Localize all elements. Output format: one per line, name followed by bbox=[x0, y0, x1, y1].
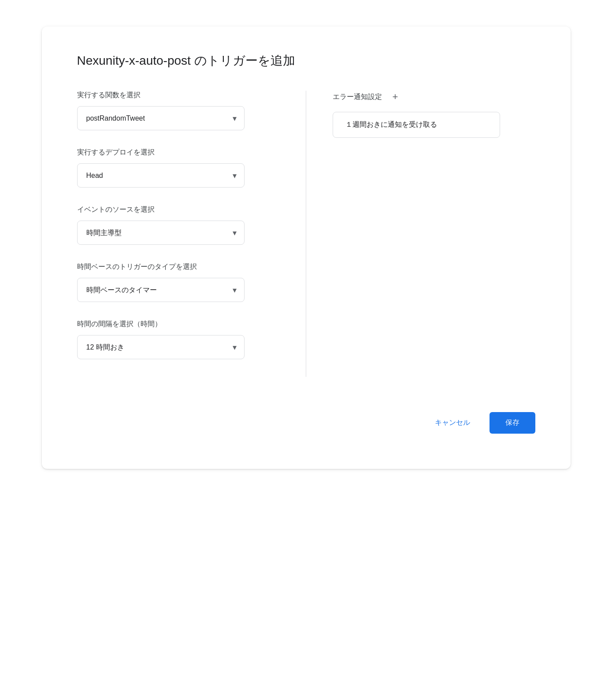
save-button[interactable]: 保存 bbox=[490, 412, 535, 434]
cancel-button[interactable]: キャンセル bbox=[426, 413, 479, 433]
page-title: Nexunity-x-auto-post のトリガーを追加 bbox=[77, 53, 535, 69]
content-layout: 実行する関数を選択 postRandomTweet ▾ 実行するデプロイを選択 … bbox=[77, 91, 535, 377]
function-section: 実行する関数を選択 postRandomTweet ▾ bbox=[77, 91, 280, 130]
function-dropdown-wrapper[interactable]: postRandomTweet ▾ bbox=[77, 106, 245, 130]
trigger-type-section-label: 時間ベースのトリガーのタイプを選択 bbox=[77, 262, 280, 272]
event-source-section: イベントのソースを選択 時間主導型 ▾ bbox=[77, 205, 280, 245]
function-section-label: 実行する関数を選択 bbox=[77, 91, 280, 100]
error-notification-header: エラー通知設定 + bbox=[333, 91, 535, 103]
deploy-select[interactable]: Head bbox=[77, 163, 245, 188]
right-panel: エラー通知設定 + １週間おきに通知を受け取る bbox=[306, 91, 535, 138]
add-error-notification-button[interactable]: + bbox=[389, 91, 401, 103]
function-select[interactable]: postRandomTweet bbox=[77, 106, 245, 130]
interval-dropdown-wrapper[interactable]: 12 時間おき ▾ bbox=[77, 335, 245, 359]
left-panel: 実行する関数を選択 postRandomTweet ▾ 実行するデプロイを選択 … bbox=[77, 91, 307, 377]
interval-section-label: 時間の間隔を選択（時間） bbox=[77, 320, 280, 329]
footer-actions: キャンセル 保存 bbox=[77, 412, 535, 434]
deploy-section: 実行するデプロイを選択 Head ▾ bbox=[77, 148, 280, 188]
error-notification-label: エラー通知設定 bbox=[333, 92, 382, 102]
trigger-type-dropdown-wrapper[interactable]: 時間ベースのタイマー ▾ bbox=[77, 278, 245, 302]
deploy-dropdown-wrapper[interactable]: Head ▾ bbox=[77, 163, 245, 188]
notification-box: １週間おきに通知を受け取る bbox=[333, 112, 500, 138]
interval-section: 時間の間隔を選択（時間） 12 時間おき ▾ bbox=[77, 320, 280, 359]
trigger-type-select[interactable]: 時間ベースのタイマー bbox=[77, 278, 245, 302]
event-source-dropdown-wrapper[interactable]: 時間主導型 ▾ bbox=[77, 221, 245, 245]
event-source-section-label: イベントのソースを選択 bbox=[77, 205, 280, 214]
trigger-type-section: 時間ベースのトリガーのタイプを選択 時間ベースのタイマー ▾ bbox=[77, 262, 280, 302]
interval-select[interactable]: 12 時間おき bbox=[77, 335, 245, 359]
page-container: Nexunity-x-auto-post のトリガーを追加 実行する関数を選択 … bbox=[42, 26, 571, 469]
event-source-select[interactable]: 時間主導型 bbox=[77, 221, 245, 245]
deploy-section-label: 実行するデプロイを選択 bbox=[77, 148, 280, 157]
